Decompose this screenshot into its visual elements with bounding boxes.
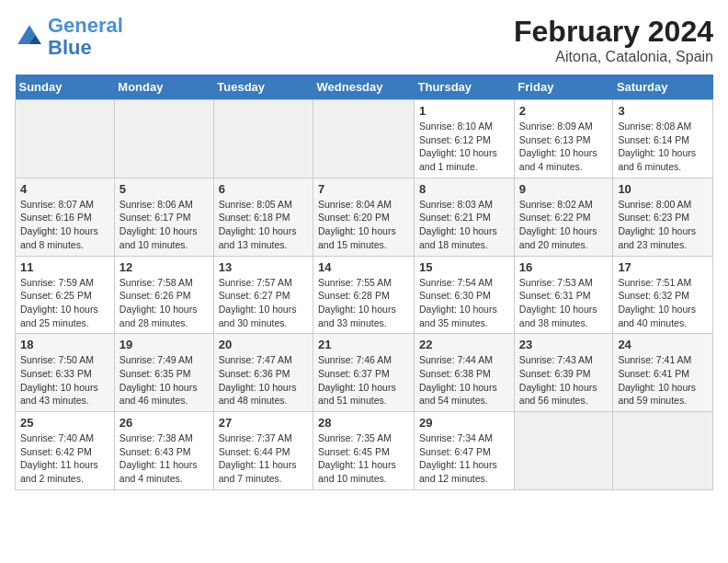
day-info: Sunrise: 7:57 AM Sunset: 6:27 PM Dayligh… <box>219 276 308 330</box>
calendar-cell: 13Sunrise: 7:57 AM Sunset: 6:27 PM Dayli… <box>213 256 313 334</box>
calendar-week-row: 18Sunrise: 7:50 AM Sunset: 6:33 PM Dayli… <box>16 334 713 412</box>
day-info: Sunrise: 7:38 AM Sunset: 6:43 PM Dayligh… <box>119 431 209 486</box>
day-info: Sunrise: 8:08 AM Sunset: 6:14 PM Dayligh… <box>618 120 708 174</box>
calendar-header: SundayMondayTuesdayWednesdayThursdayFrid… <box>16 75 713 100</box>
calendar-cell: 7Sunrise: 8:04 AM Sunset: 6:20 PM Daylig… <box>313 178 415 256</box>
day-info: Sunrise: 8:05 AM Sunset: 6:18 PM Dayligh… <box>219 198 308 252</box>
calendar-cell: 25Sunrise: 7:40 AM Sunset: 6:42 PM Dayli… <box>16 412 115 490</box>
day-number: 14 <box>318 260 409 274</box>
calendar-body: 1Sunrise: 8:10 AM Sunset: 6:12 PM Daylig… <box>16 100 713 490</box>
calendar-cell: 18Sunrise: 7:50 AM Sunset: 6:33 PM Dayli… <box>16 334 115 412</box>
calendar-cell: 4Sunrise: 8:07 AM Sunset: 6:16 PM Daylig… <box>16 178 115 256</box>
calendar-cell: 2Sunrise: 8:09 AM Sunset: 6:13 PM Daylig… <box>514 100 613 178</box>
day-number: 5 <box>119 182 209 196</box>
calendar-cell: 27Sunrise: 7:37 AM Sunset: 6:44 PM Dayli… <box>213 412 313 490</box>
day-info: Sunrise: 7:44 AM Sunset: 6:38 PM Dayligh… <box>419 353 509 408</box>
calendar-cell: 5Sunrise: 8:06 AM Sunset: 6:17 PM Daylig… <box>114 178 213 256</box>
calendar-cell: 3Sunrise: 8:08 AM Sunset: 6:14 PM Daylig… <box>613 100 713 178</box>
calendar-cell: 29Sunrise: 7:34 AM Sunset: 6:47 PM Dayli… <box>415 412 515 490</box>
day-info: Sunrise: 7:51 AM Sunset: 6:32 PM Dayligh… <box>618 276 708 330</box>
day-info: Sunrise: 7:37 AM Sunset: 6:44 PM Dayligh… <box>219 431 308 486</box>
day-number: 3 <box>618 104 708 118</box>
calendar-cell: 15Sunrise: 7:54 AM Sunset: 6:30 PM Dayli… <box>415 256 515 334</box>
calendar-cell: 24Sunrise: 7:41 AM Sunset: 6:41 PM Dayli… <box>613 334 713 412</box>
calendar-cell: 12Sunrise: 7:58 AM Sunset: 6:26 PM Dayli… <box>114 256 213 334</box>
day-number: 4 <box>20 182 109 196</box>
calendar-cell: 6Sunrise: 8:05 AM Sunset: 6:18 PM Daylig… <box>213 178 313 256</box>
day-info: Sunrise: 7:43 AM Sunset: 6:39 PM Dayligh… <box>519 353 609 408</box>
calendar-cell: 21Sunrise: 7:46 AM Sunset: 6:37 PM Dayli… <box>313 334 415 412</box>
day-info: Sunrise: 7:53 AM Sunset: 6:31 PM Dayligh… <box>519 276 609 330</box>
day-number: 12 <box>119 260 209 274</box>
weekday-header: Wednesday <box>313 75 415 100</box>
day-number: 2 <box>519 104 609 118</box>
day-info: Sunrise: 8:09 AM Sunset: 6:13 PM Dayligh… <box>519 120 609 174</box>
calendar-cell: 22Sunrise: 7:44 AM Sunset: 6:38 PM Dayli… <box>415 334 515 412</box>
calendar-cell: 26Sunrise: 7:38 AM Sunset: 6:43 PM Dayli… <box>114 412 213 490</box>
day-number: 19 <box>119 338 209 351</box>
logo-icon <box>15 22 44 52</box>
page-title: February 2024 <box>514 15 713 49</box>
calendar-cell: 11Sunrise: 7:59 AM Sunset: 6:25 PM Dayli… <box>16 256 115 334</box>
day-info: Sunrise: 7:46 AM Sunset: 6:37 PM Dayligh… <box>318 353 409 408</box>
day-info: Sunrise: 7:50 AM Sunset: 6:33 PM Dayligh… <box>20 353 109 408</box>
day-number: 28 <box>318 416 409 430</box>
day-info: Sunrise: 7:54 AM Sunset: 6:30 PM Dayligh… <box>419 276 509 330</box>
weekday-header: Thursday <box>415 75 515 100</box>
day-number: 29 <box>419 416 509 430</box>
day-number: 10 <box>618 182 708 196</box>
calendar-cell <box>213 100 313 178</box>
day-info: Sunrise: 7:59 AM Sunset: 6:25 PM Dayligh… <box>20 276 109 330</box>
calendar-week-row: 11Sunrise: 7:59 AM Sunset: 6:25 PM Dayli… <box>16 256 713 334</box>
day-number: 11 <box>20 260 109 274</box>
day-number: 25 <box>20 416 109 430</box>
logo-line2: Blue <box>48 37 123 59</box>
day-number: 8 <box>419 182 509 196</box>
calendar-cell: 14Sunrise: 7:55 AM Sunset: 6:28 PM Dayli… <box>313 256 415 334</box>
day-number: 27 <box>219 416 308 430</box>
day-info: Sunrise: 8:04 AM Sunset: 6:20 PM Dayligh… <box>318 198 409 252</box>
logo-line1: General <box>48 15 123 37</box>
page-subtitle: Aitona, Catalonia, Spain <box>514 49 713 65</box>
calendar-cell: 23Sunrise: 7:43 AM Sunset: 6:39 PM Dayli… <box>514 334 613 412</box>
day-info: Sunrise: 7:35 AM Sunset: 6:45 PM Dayligh… <box>318 431 409 486</box>
header-row: SundayMondayTuesdayWednesdayThursdayFrid… <box>16 75 713 100</box>
day-info: Sunrise: 7:55 AM Sunset: 6:28 PM Dayligh… <box>318 276 409 330</box>
calendar-cell: 20Sunrise: 7:47 AM Sunset: 6:36 PM Dayli… <box>213 334 313 412</box>
calendar-cell <box>613 412 713 490</box>
day-info: Sunrise: 8:07 AM Sunset: 6:16 PM Dayligh… <box>20 198 109 252</box>
page-header: General Blue February 2024 Aitona, Catal… <box>15 15 713 65</box>
day-info: Sunrise: 7:41 AM Sunset: 6:41 PM Dayligh… <box>618 353 708 408</box>
calendar-table: SundayMondayTuesdayWednesdayThursdayFrid… <box>15 75 713 490</box>
calendar-cell: 28Sunrise: 7:35 AM Sunset: 6:45 PM Dayli… <box>313 412 415 490</box>
calendar-cell: 10Sunrise: 8:00 AM Sunset: 6:23 PM Dayli… <box>613 178 713 256</box>
calendar-week-row: 1Sunrise: 8:10 AM Sunset: 6:12 PM Daylig… <box>16 100 713 178</box>
logo: General Blue <box>15 15 123 59</box>
day-number: 24 <box>618 338 708 351</box>
calendar-cell <box>514 412 613 490</box>
day-number: 7 <box>318 182 409 196</box>
day-number: 26 <box>119 416 209 430</box>
weekday-header: Sunday <box>16 75 115 100</box>
calendar-cell: 17Sunrise: 7:51 AM Sunset: 6:32 PM Dayli… <box>613 256 713 334</box>
day-info: Sunrise: 7:47 AM Sunset: 6:36 PM Dayligh… <box>219 353 308 408</box>
weekday-header: Tuesday <box>213 75 313 100</box>
day-number: 17 <box>618 260 708 274</box>
title-block: February 2024 Aitona, Catalonia, Spain <box>514 15 713 65</box>
day-info: Sunrise: 8:02 AM Sunset: 6:22 PM Dayligh… <box>519 198 609 252</box>
day-info: Sunrise: 7:58 AM Sunset: 6:26 PM Dayligh… <box>119 276 209 330</box>
day-number: 21 <box>318 338 409 351</box>
weekday-header: Saturday <box>613 75 713 100</box>
day-info: Sunrise: 8:10 AM Sunset: 6:12 PM Dayligh… <box>419 120 509 174</box>
calendar-week-row: 4Sunrise: 8:07 AM Sunset: 6:16 PM Daylig… <box>16 178 713 256</box>
calendar-cell: 9Sunrise: 8:02 AM Sunset: 6:22 PM Daylig… <box>514 178 613 256</box>
day-number: 15 <box>419 260 509 274</box>
weekday-header: Monday <box>114 75 213 100</box>
weekday-header: Friday <box>514 75 613 100</box>
day-info: Sunrise: 7:40 AM Sunset: 6:42 PM Dayligh… <box>20 431 109 486</box>
calendar-cell: 16Sunrise: 7:53 AM Sunset: 6:31 PM Dayli… <box>514 256 613 334</box>
day-number: 9 <box>519 182 609 196</box>
day-info: Sunrise: 7:49 AM Sunset: 6:35 PM Dayligh… <box>119 353 209 408</box>
calendar-week-row: 25Sunrise: 7:40 AM Sunset: 6:42 PM Dayli… <box>16 412 713 490</box>
day-number: 16 <box>519 260 609 274</box>
